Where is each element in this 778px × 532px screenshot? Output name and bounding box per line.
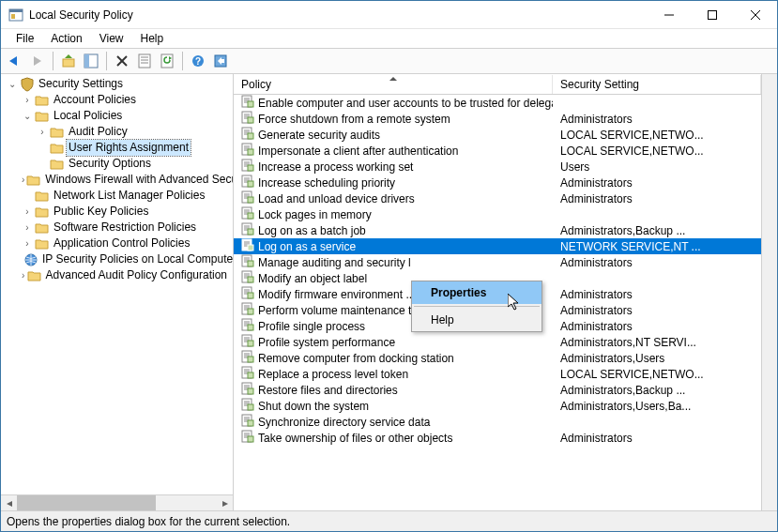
policy-name-cell: Impersonate a client after authenticatio… xyxy=(234,143,553,159)
scroll-thumb[interactable] xyxy=(17,495,156,510)
tree-root[interactable]: ⌄Security Settings xyxy=(5,76,231,92)
policy-icon xyxy=(241,95,254,111)
scroll-right-button[interactable]: ▸ xyxy=(217,495,233,510)
policy-row[interactable]: Profile system performanceAdministrators… xyxy=(234,334,761,350)
policy-name: Restore files and directories xyxy=(258,384,398,397)
policy-row[interactable]: Manage auditing and security lAdministra… xyxy=(234,254,761,270)
policy-setting-cell: Administrators xyxy=(553,192,761,205)
expand-icon[interactable]: › xyxy=(22,204,33,220)
policy-icon xyxy=(241,414,254,430)
up-button[interactable] xyxy=(58,51,79,71)
tree-node[interactable]: ›Application Control Policies xyxy=(20,236,231,251)
properties-button[interactable] xyxy=(134,51,155,71)
policy-row[interactable]: Enable computer and user accounts to be … xyxy=(234,95,761,111)
help-button[interactable]: ? xyxy=(188,51,208,71)
policy-row[interactable]: Increase a process working setUsers xyxy=(234,159,761,175)
export-button[interactable] xyxy=(210,51,231,71)
column-policy[interactable]: Policy xyxy=(234,75,553,94)
tree-node[interactable]: ›Software Restriction Policies xyxy=(20,220,231,236)
tree-node-label: Audit Policy xyxy=(67,124,130,140)
tree-node-label: Local Policies xyxy=(52,108,124,124)
tree-node[interactable]: ›Advanced Audit Policy Configuration xyxy=(20,267,231,283)
forward-button[interactable] xyxy=(27,51,48,71)
statusbar: Opens the properties dialog box for the … xyxy=(1,510,777,531)
policy-name: Generate security audits xyxy=(258,129,380,142)
show-hide-tree-button[interactable] xyxy=(81,51,101,71)
scroll-left-button[interactable]: ◂ xyxy=(1,495,17,510)
policy-name: Profile single process xyxy=(258,320,365,333)
policy-row[interactable]: Force shutdown from a remote systemAdmin… xyxy=(234,111,761,127)
tree-pane[interactable]: ⌄Security Settings›Account Policies⌄Loca… xyxy=(1,74,234,510)
menu-view[interactable]: View xyxy=(92,30,131,47)
policy-name: Modify an object label xyxy=(258,272,367,285)
tree-node[interactable]: ›Public Key Policies xyxy=(20,204,231,220)
tree-node[interactable]: Security Options xyxy=(35,156,231,172)
menu-help[interactable]: Help xyxy=(133,30,172,47)
delete-button[interactable] xyxy=(112,51,132,71)
policy-name: Modify firmware environment ... xyxy=(258,288,415,301)
expand-icon[interactable]: › xyxy=(22,236,33,251)
policy-icon xyxy=(241,302,254,318)
policy-name-cell: Lock pages in memory xyxy=(234,206,553,222)
tree-node[interactable]: ›Account Policies xyxy=(20,92,231,108)
policy-icon xyxy=(241,111,254,127)
maximize-button[interactable] xyxy=(691,1,734,29)
tree-node[interactable]: Network List Manager Policies xyxy=(20,188,231,204)
collapse-icon[interactable]: ⌄ xyxy=(7,76,18,92)
expand-icon[interactable]: › xyxy=(22,172,24,188)
policy-setting-cell: Administrators xyxy=(553,176,761,190)
toolbar-separator xyxy=(106,52,107,70)
policy-row[interactable]: Log on as a serviceNETWORK SERVICE,NT ..… xyxy=(234,238,761,254)
tree-node-label: User Rights Assignment xyxy=(67,140,191,156)
tree-node[interactable]: ›Windows Firewall with Advanced Security xyxy=(20,172,231,188)
window-title: Local Security Policy xyxy=(29,8,648,22)
tree-node-label: IP Security Policies on Local Computer xyxy=(40,251,234,267)
policy-row[interactable]: Load and unload device driversAdministra… xyxy=(234,190,761,206)
expand-icon[interactable]: › xyxy=(37,124,48,140)
context-menu-item[interactable]: Properties xyxy=(412,281,542,304)
policy-row[interactable]: Impersonate a client after authenticatio… xyxy=(234,143,761,159)
tree-node[interactable]: User Rights Assignment xyxy=(35,140,231,156)
tree-node[interactable]: ⌄Local Policies xyxy=(20,108,231,124)
column-security-setting[interactable]: Security Setting xyxy=(553,75,761,94)
policy-row[interactable]: Shut down the systemAdministrators,Users… xyxy=(234,398,761,414)
policy-row[interactable]: Remove computer from docking stationAdmi… xyxy=(234,350,761,366)
policy-row[interactable]: Replace a process level tokenLOCAL SERVI… xyxy=(234,366,761,382)
tree-node-label: Network List Manager Policies xyxy=(52,188,206,204)
back-button[interactable] xyxy=(5,51,25,71)
svg-rect-35 xyxy=(248,117,253,123)
policy-row[interactable]: Generate security auditsLOCAL SERVICE,NE… xyxy=(234,127,761,143)
menu-action[interactable]: Action xyxy=(43,30,89,47)
policy-row[interactable]: Lock pages in memory xyxy=(234,206,761,222)
menubar: File Action View Help xyxy=(1,29,777,48)
tree-node[interactable]: ›Audit Policy xyxy=(35,124,231,140)
policy-row[interactable]: Log on as a batch jobAdministrators,Back… xyxy=(234,222,761,238)
expand-icon[interactable]: › xyxy=(22,92,33,108)
policy-setting-cell: Administrators xyxy=(553,288,761,301)
tree-node-label: Software Restriction Policies xyxy=(52,220,198,236)
policy-icon xyxy=(241,222,254,238)
expand-icon[interactable]: › xyxy=(22,267,25,283)
policy-row[interactable]: Increase scheduling priorityAdministrato… xyxy=(234,175,761,190)
close-button[interactable] xyxy=(734,1,777,29)
policy-row[interactable]: Restore files and directoriesAdministrat… xyxy=(234,382,761,398)
refresh-button[interactable] xyxy=(157,51,177,71)
policy-icon xyxy=(241,238,254,254)
collapse-icon[interactable]: ⌄ xyxy=(22,108,33,124)
menu-file[interactable]: File xyxy=(8,30,41,47)
policy-row[interactable]: Take ownership of files or other objects… xyxy=(234,430,761,446)
policy-name-cell: Restore files and directories xyxy=(234,382,553,398)
folder-icon xyxy=(50,141,65,156)
policy-name: Take ownership of files or other objects xyxy=(258,432,452,445)
context-menu-item[interactable]: Help xyxy=(412,309,542,331)
policy-setting-cell: Administrators xyxy=(553,113,761,126)
policy-name: Force shutdown from a remote system xyxy=(258,113,450,126)
policy-name: Impersonate a client after authenticatio… xyxy=(258,144,458,158)
svg-rect-70 xyxy=(248,229,253,235)
minimize-button[interactable] xyxy=(648,1,691,29)
tree-node[interactable]: IP Security Policies on Local Computer xyxy=(20,251,231,267)
expand-icon[interactable]: › xyxy=(22,220,33,236)
policy-name-cell: Profile system performance xyxy=(234,334,553,350)
policy-row[interactable]: Synchronize directory service data xyxy=(234,414,761,430)
vertical-scrollbar[interactable] xyxy=(761,74,777,510)
